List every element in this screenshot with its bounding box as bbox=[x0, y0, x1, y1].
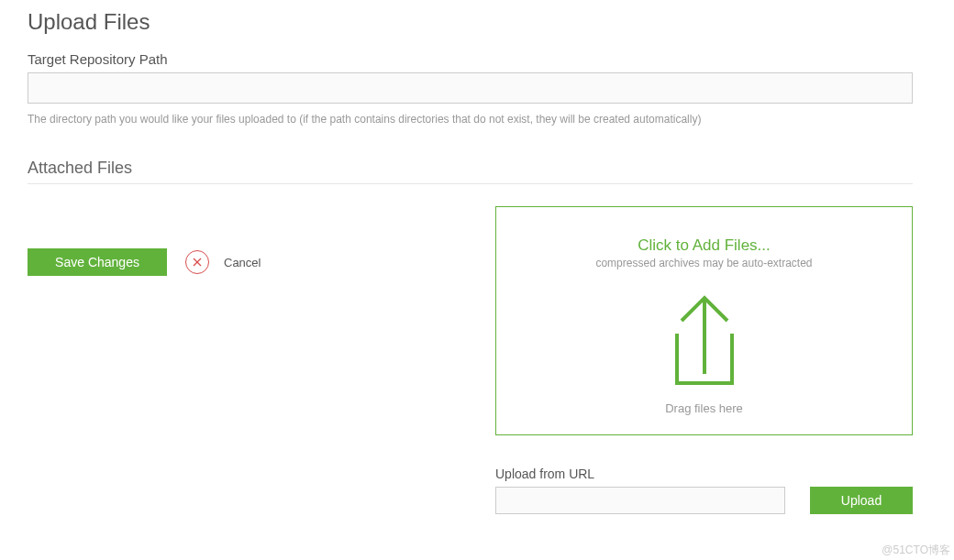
target-path-helper: The directory path you would like your f… bbox=[28, 113, 926, 126]
target-path-label: Target Repository Path bbox=[28, 51, 926, 67]
close-icon bbox=[185, 250, 209, 274]
save-button[interactable]: Save Changes bbox=[28, 248, 167, 276]
upload-button[interactable]: Upload bbox=[810, 487, 913, 514]
target-path-input[interactable] bbox=[28, 72, 913, 104]
watermark: @51CTO博客 bbox=[882, 543, 950, 558]
cancel-label: Cancel bbox=[224, 256, 261, 269]
cancel-button[interactable]: Cancel bbox=[185, 250, 261, 274]
upload-url-label: Upload from URL bbox=[495, 467, 913, 481]
upload-url-input[interactable] bbox=[495, 487, 785, 514]
page-title: Upload Files bbox=[28, 0, 926, 51]
dropzone-title: Click to Add Files... bbox=[638, 236, 771, 255]
attached-files-title: Attached Files bbox=[28, 159, 913, 184]
dropzone-subtitle: compressed archives may be auto-extracte… bbox=[595, 257, 812, 269]
dropzone-drag-text: Drag files here bbox=[665, 401, 743, 415]
file-dropzone[interactable]: Click to Add Files... compressed archive… bbox=[495, 206, 913, 435]
upload-arrow-icon bbox=[672, 295, 737, 390]
